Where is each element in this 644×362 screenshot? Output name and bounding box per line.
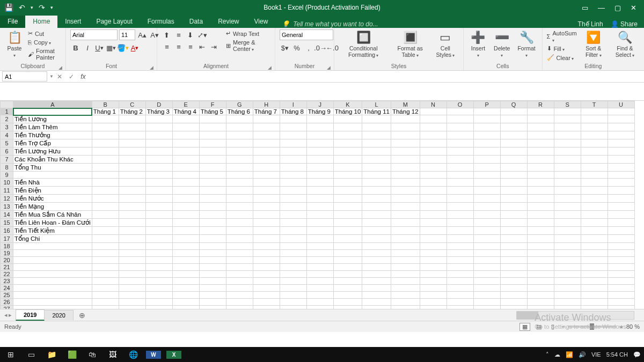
cell-N8[interactable]: [420, 164, 447, 172]
cell-A9[interactable]: [13, 172, 92, 179]
cell-B19[interactable]: [92, 250, 119, 257]
row-header-3[interactable]: 3: [1, 123, 13, 131]
cell-D17[interactable]: [145, 235, 172, 243]
cell-N21[interactable]: [420, 264, 447, 271]
cell-U18[interactable]: [608, 243, 634, 250]
cell-N23[interactable]: [420, 278, 447, 285]
cell-I9[interactable]: [280, 172, 306, 179]
cell-N2[interactable]: [420, 115, 447, 123]
cell-J26[interactable]: [306, 299, 333, 306]
cell-R6[interactable]: [527, 147, 554, 156]
cell-O16[interactable]: [447, 227, 473, 235]
cell-C7[interactable]: [119, 156, 145, 164]
format-painter-button[interactable]: 🖌Format Painter: [28, 47, 61, 61]
cell-H27[interactable]: [253, 306, 280, 309]
cell-C11[interactable]: [119, 187, 145, 195]
cell-S20[interactable]: [554, 257, 581, 264]
cell-I24[interactable]: [280, 285, 306, 292]
cell-S10[interactable]: [554, 179, 581, 187]
align-middle-icon[interactable]: ≡: [173, 29, 184, 40]
redo-icon[interactable]: ↷: [39, 3, 45, 12]
cell-A5[interactable]: Tiền Trợ Cấp: [13, 139, 92, 147]
cell-J8[interactable]: [306, 164, 333, 172]
cell-H7[interactable]: [253, 156, 280, 164]
cell-R5[interactable]: [527, 139, 554, 147]
cell-B3[interactable]: [92, 123, 119, 131]
cell-U21[interactable]: [608, 264, 634, 271]
cell-K9[interactable]: [333, 172, 362, 179]
cell-G3[interactable]: [226, 123, 253, 131]
cell-I23[interactable]: [280, 278, 306, 285]
cell-E9[interactable]: [172, 172, 199, 179]
cell-J20[interactable]: [306, 257, 333, 264]
cell-I12[interactable]: [280, 195, 306, 203]
cell-O11[interactable]: [447, 187, 473, 195]
cell-N9[interactable]: [420, 172, 447, 179]
cell-L22[interactable]: [362, 271, 391, 278]
cell-K18[interactable]: [333, 243, 362, 250]
clear-button[interactable]: 🧹Clear: [547, 54, 577, 62]
cell-N27[interactable]: [420, 306, 447, 309]
number-format-select[interactable]: [280, 29, 333, 40]
tray-chevron-icon[interactable]: ˄: [546, 351, 549, 358]
cell-K2[interactable]: [333, 115, 362, 123]
cell-styles-button[interactable]: ▭Cell Styles: [432, 29, 459, 59]
cell-G5[interactable]: [226, 139, 253, 147]
cell-P24[interactable]: [473, 285, 500, 292]
cell-R3[interactable]: [527, 123, 554, 131]
cell-M23[interactable]: [391, 278, 420, 285]
cell-E24[interactable]: [172, 285, 199, 292]
row-header-1[interactable]: 1: [1, 108, 13, 115]
format-cells-button[interactable]: 🔧Format: [516, 29, 538, 60]
cell-T6[interactable]: [581, 147, 608, 156]
cell-J7[interactable]: [306, 156, 333, 164]
cell-P23[interactable]: [473, 278, 500, 285]
cell-P6[interactable]: [473, 147, 500, 156]
cell-U12[interactable]: [608, 195, 634, 203]
cell-U15[interactable]: [608, 219, 634, 227]
cell-E3[interactable]: [172, 123, 199, 131]
cell-P7[interactable]: [473, 156, 500, 164]
cell-T27[interactable]: [581, 306, 608, 309]
cell-U25[interactable]: [608, 292, 634, 299]
cell-D7[interactable]: [145, 156, 172, 164]
col-header-K[interactable]: K: [333, 101, 362, 108]
cell-K24[interactable]: [333, 285, 362, 292]
cell-G10[interactable]: [226, 179, 253, 187]
cell-B6[interactable]: [92, 147, 119, 156]
cell-D19[interactable]: [145, 250, 172, 257]
cell-J3[interactable]: [306, 123, 333, 131]
row-header-16[interactable]: 16: [1, 227, 13, 235]
cell-N26[interactable]: [420, 299, 447, 306]
cell-L4[interactable]: [362, 131, 391, 139]
col-header-F[interactable]: F: [199, 101, 226, 108]
cell-B22[interactable]: [92, 271, 119, 278]
cell-Q1[interactable]: [500, 108, 527, 115]
cell-M15[interactable]: [391, 219, 420, 227]
cell-P13[interactable]: [473, 203, 500, 211]
cell-K5[interactable]: [333, 139, 362, 147]
cell-E13[interactable]: [172, 203, 199, 211]
cell-U11[interactable]: [608, 187, 634, 195]
cell-E7[interactable]: [172, 156, 199, 164]
merge-center-button[interactable]: ⊞Merge & Center: [226, 39, 270, 53]
cell-O10[interactable]: [447, 179, 473, 187]
cut-button[interactable]: ✂Cut: [28, 29, 61, 38]
cell-H2[interactable]: [253, 115, 280, 123]
cell-H1[interactable]: Tháng 7: [253, 108, 280, 115]
cell-C9[interactable]: [119, 172, 145, 179]
cell-A7[interactable]: Các Khoản Thu Khác: [13, 156, 92, 164]
cell-G26[interactable]: [226, 299, 253, 306]
cell-S18[interactable]: [554, 243, 581, 250]
cell-E14[interactable]: [172, 211, 199, 219]
col-header-Q[interactable]: Q: [500, 101, 527, 108]
cell-L11[interactable]: [362, 187, 391, 195]
cell-F19[interactable]: [199, 250, 226, 257]
cell-S23[interactable]: [554, 278, 581, 285]
cell-Q23[interactable]: [500, 278, 527, 285]
cell-I18[interactable]: [280, 243, 306, 250]
cell-R20[interactable]: [527, 257, 554, 264]
cell-B8[interactable]: [92, 164, 119, 172]
row-header-25[interactable]: 25: [1, 292, 13, 299]
cell-M14[interactable]: [391, 211, 420, 219]
